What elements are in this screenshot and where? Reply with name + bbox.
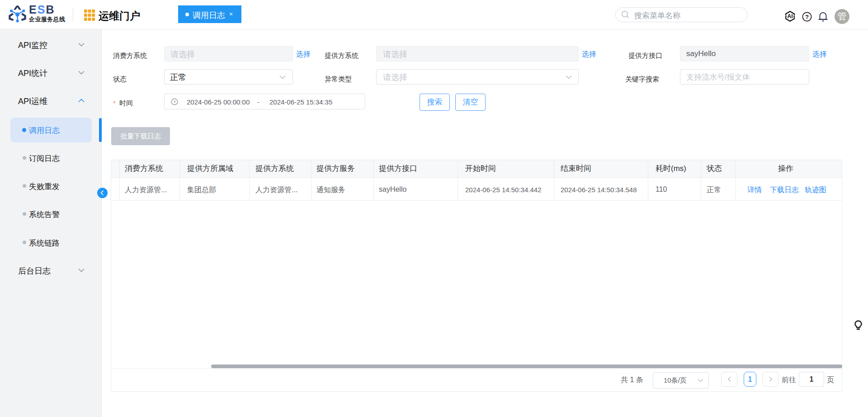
svg-text:?: ?: [805, 14, 809, 20]
svg-text:AI: AI: [787, 13, 793, 19]
